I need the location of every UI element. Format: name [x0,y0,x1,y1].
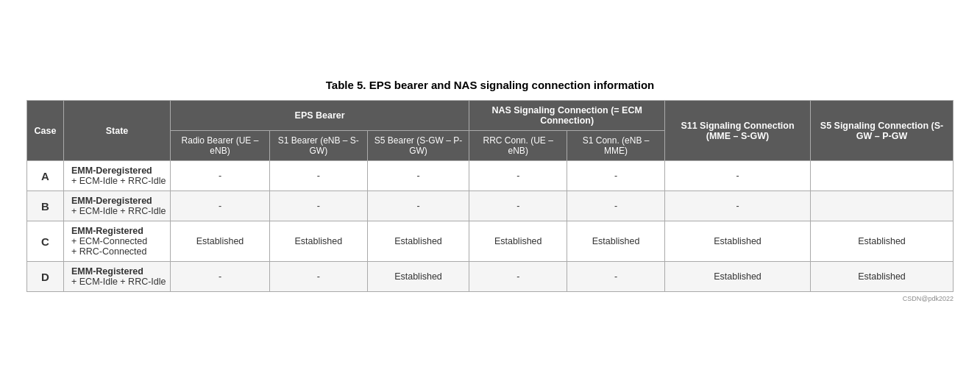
cell-s5-conn: Established [810,221,953,262]
cell-rrc-conn: - [469,191,567,221]
header-nas: NAS Signaling Connection (= ECM Connecti… [469,101,665,131]
header-s11: S11 Signaling Connection (MME – S-GW) [665,101,811,161]
header-case: Case [27,101,64,161]
table-row: AEMM-Deregistered+ ECM-Idle + RRC-Idle--… [27,161,954,191]
main-table: Case State EPS Bearer NAS Signaling Conn… [26,100,954,292]
cell-state: EMM-Deregistered+ ECM-Idle + RRC-Idle [64,191,171,221]
table-row: DEMM-Registered+ ECM-Idle + RRC-Idle--Es… [27,262,954,292]
cell-case: A [27,161,64,191]
cell-s1-bearer: - [269,191,367,221]
cell-rrc-conn: - [469,161,567,191]
cell-s5-bearer: Established [367,262,469,292]
table-row: CEMM-Registered+ ECM-Connected+ RRC-Conn… [27,221,954,262]
cell-state: EMM-Deregistered+ ECM-Idle + RRC-Idle [64,161,171,191]
cell-rrc-conn: Established [469,221,567,262]
subheader-radio-bearer: Radio Bearer (UE – eNB) [171,131,270,161]
cell-s1-conn: - [567,262,665,292]
header-s5: S5 Signaling Connection (S-GW – P-GW [810,101,953,161]
cell-s11-conn: - [665,191,811,221]
cell-s5-conn [810,191,953,221]
cell-state: EMM-Registered+ ECM-Idle + RRC-Idle [64,262,171,292]
table-row: BEMM-Deregistered+ ECM-Idle + RRC-Idle--… [27,191,954,221]
cell-case: B [27,191,64,221]
cell-state: EMM-Registered+ ECM-Connected+ RRC-Conne… [64,221,171,262]
cell-radio-bearer: - [171,161,270,191]
cell-s5-conn: Established [810,262,953,292]
watermark: CSDN@pdk2022 [26,295,954,302]
page-container: Table 5. EPS bearer and NAS signaling co… [26,79,954,302]
cell-s11-conn: - [665,161,811,191]
header-state: State [64,101,171,161]
cell-s1-conn: - [567,191,665,221]
cell-radio-bearer: Established [171,221,270,262]
cell-case: C [27,221,64,262]
cell-s5-bearer: - [367,191,469,221]
cell-radio-bearer: - [171,191,270,221]
cell-s1-bearer: - [269,262,367,292]
cell-s5-bearer: - [367,161,469,191]
cell-rrc-conn: - [469,262,567,292]
cell-case: D [27,262,64,292]
cell-s5-bearer: Established [367,221,469,262]
subheader-s1-bearer: S1 Bearer (eNB – S-GW) [269,131,367,161]
subheader-s5-bearer: S5 Bearer (S-GW – P-GW) [367,131,469,161]
header-eps-bearer: EPS Bearer [171,101,469,131]
subheader-s1-conn: S1 Conn. (eNB – MME) [567,131,665,161]
table-title: Table 5. EPS bearer and NAS signaling co… [26,79,954,91]
cell-s11-conn: Established [665,221,811,262]
cell-s1-bearer: - [269,161,367,191]
cell-s11-conn: Established [665,262,811,292]
cell-s1-conn: Established [567,221,665,262]
cell-s5-conn [810,161,953,191]
cell-s1-conn: - [567,161,665,191]
subheader-rrc-conn: RRC Conn. (UE – eNB) [469,131,567,161]
cell-radio-bearer: - [171,262,270,292]
cell-s1-bearer: Established [269,221,367,262]
